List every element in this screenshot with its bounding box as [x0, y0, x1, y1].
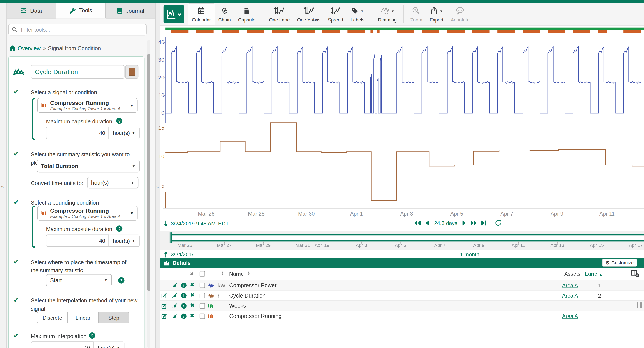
- column-name[interactable]: Name: [229, 271, 244, 277]
- row-checkbox[interactable]: [200, 283, 205, 288]
- compressor-running-capsule[interactable]: [222, 31, 239, 33]
- row-checkbox[interactable]: [200, 303, 205, 308]
- compressor-running-capsule[interactable]: [348, 31, 365, 33]
- remove-icon[interactable]: ✖: [190, 302, 194, 308]
- timeline-start[interactable]: 3/24/2019: [164, 251, 194, 257]
- panel-splitter[interactable]: «: [155, 3, 160, 348]
- compressor-running-capsule[interactable]: [297, 31, 314, 33]
- timestamp-select[interactable]: Start ▼: [46, 274, 112, 286]
- help-icon[interactable]: ?: [89, 332, 95, 338]
- remove-icon[interactable]: ✖: [190, 282, 194, 287]
- filter-tools-input[interactable]: [20, 26, 143, 33]
- timeline-span-label[interactable]: 1 month: [460, 251, 479, 257]
- remove-icon[interactable]: ✖: [190, 292, 194, 298]
- compressor-running-capsule[interactable]: [322, 31, 340, 33]
- timeline-left-handle[interactable]: [170, 232, 172, 243]
- color-swatch-button[interactable]: [125, 65, 138, 79]
- table-row[interactable]: i✖Compressor RunningArea A: [160, 311, 644, 321]
- compressor-running-capsule[interactable]: [422, 31, 439, 33]
- toolbar-button-capsule[interactable]: Capsule: [234, 4, 259, 25]
- step-back-icon[interactable]: [425, 220, 429, 226]
- compressor-running-capsule[interactable]: [598, 31, 607, 33]
- compressor-running-capsule[interactable]: [523, 31, 540, 33]
- help-icon[interactable]: ?: [116, 118, 122, 124]
- info-icon[interactable]: i: [181, 313, 186, 319]
- compressor-running-capsule[interactable]: [171, 31, 188, 33]
- toolbar-button-chain[interactable]: Chain: [215, 4, 234, 25]
- table-row[interactable]: i✖Weeks: [160, 301, 644, 311]
- select-all-checkbox[interactable]: [200, 271, 205, 276]
- toolbar-button-export[interactable]: ▼Export: [426, 4, 447, 25]
- step-forward-icon[interactable]: [462, 220, 467, 226]
- info-icon[interactable]: i: [181, 303, 186, 308]
- toolbar-button-one-lane[interactable]: One Lane: [265, 4, 294, 25]
- compressor-running-capsule[interactable]: [573, 31, 590, 33]
- display-range-start[interactable]: 3/24/2019 9:48 AM EDT: [164, 221, 229, 227]
- compressor-running-capsule[interactable]: [370, 31, 373, 33]
- compressor-running-capsule[interactable]: [447, 31, 464, 33]
- compressor-running-capsule[interactable]: [548, 31, 565, 33]
- column-lane[interactable]: Lane▲: [585, 271, 603, 277]
- condition-select[interactable]: Compressor Running Example » Cooling Tow…: [38, 98, 138, 113]
- bounding-max-capsule-input[interactable]: [46, 234, 109, 247]
- unit-select[interactable]: hour(s)▼: [109, 127, 140, 139]
- max-interp-input[interactable]: [31, 341, 94, 348]
- tab-journal[interactable]: Journal: [106, 3, 155, 19]
- interp-option-step[interactable]: Step: [98, 312, 129, 323]
- row-checkbox[interactable]: [200, 293, 205, 298]
- tab-data[interactable]: Data: [6, 3, 56, 19]
- table-row[interactable]: i✖hCycle DurationArea A2: [160, 291, 644, 301]
- collapse-left-icon[interactable]: «: [1, 184, 4, 189]
- toolbar-button-labels[interactable]: ▼Labels: [347, 4, 368, 25]
- interp-option-discrete[interactable]: Discrete: [37, 312, 68, 323]
- tab-tools[interactable]: Tools: [56, 3, 106, 19]
- weeks-capsule[interactable]: [166, 28, 644, 31]
- interp-option-linear[interactable]: Linear: [68, 312, 99, 323]
- home-icon[interactable]: [9, 45, 16, 51]
- column-assets[interactable]: Assets: [564, 271, 580, 277]
- help-icon[interactable]: ?: [118, 277, 124, 283]
- tool-name-input[interactable]: [31, 65, 124, 79]
- info-icon[interactable]: i: [181, 293, 186, 298]
- trend-chart[interactable]: [163, 35, 644, 209]
- compressor-running-capsule[interactable]: [397, 31, 414, 33]
- sort-icon[interactable]: ▲▼: [221, 271, 224, 275]
- toolbar-button-dimming[interactable]: ▼Dimming: [374, 4, 400, 25]
- view-mode-button[interactable]: [164, 5, 184, 24]
- compressor-running-capsule[interactable]: [472, 31, 490, 33]
- edit-icon[interactable]: [161, 313, 168, 321]
- toolbar-button-calendar[interactable]: Calendar: [188, 4, 214, 25]
- unit-select[interactable]: hour(s)▼: [94, 341, 124, 348]
- rocket-icon[interactable]: [171, 303, 177, 310]
- compressor-running-capsule[interactable]: [497, 31, 515, 33]
- edit-icon[interactable]: [161, 303, 168, 310]
- asset-link[interactable]: Area A: [562, 313, 578, 319]
- duration-label[interactable]: 24.3 days: [434, 220, 457, 226]
- row-checkbox[interactable]: [200, 313, 205, 319]
- unit-select[interactable]: hour(s)▼: [109, 234, 140, 247]
- resize-grip[interactable]: ▌▌: [636, 302, 644, 307]
- help-icon[interactable]: ?: [116, 225, 122, 232]
- remove-all-icon[interactable]: ✖: [190, 271, 194, 277]
- breadcrumb-overview[interactable]: Overview: [18, 45, 41, 51]
- fast-forward-icon[interactable]: [470, 220, 478, 226]
- compressor-running-capsule[interactable]: [377, 31, 379, 33]
- sort-icon[interactable]: ▲▼: [247, 271, 250, 275]
- rocket-icon[interactable]: [171, 313, 177, 321]
- bounding-condition-select[interactable]: Compressor Running Example » Cooling Tow…: [38, 206, 138, 221]
- left-collapse-rail[interactable]: «: [0, 3, 6, 348]
- fast-back-icon[interactable]: [414, 220, 421, 226]
- compressor-running-capsule[interactable]: [272, 31, 289, 33]
- rocket-icon[interactable]: [171, 282, 177, 290]
- filter-tools-search[interactable]: [8, 24, 147, 36]
- add-column-icon[interactable]: [631, 270, 639, 277]
- toolbar-button-spread[interactable]: Spread: [324, 4, 347, 25]
- customize-button[interactable]: ⚙ Customize: [602, 259, 637, 267]
- info-icon[interactable]: i: [181, 283, 186, 288]
- table-row[interactable]: i✖kWCompressor PowerArea A1: [160, 280, 644, 291]
- convert-units-select[interactable]: hour(s) ▼: [87, 177, 138, 189]
- sidebar-scrollbar-thumb[interactable]: [147, 54, 150, 291]
- timezone-link[interactable]: EDT: [218, 221, 229, 227]
- refresh-icon[interactable]: [495, 220, 502, 226]
- rocket-icon[interactable]: [171, 292, 177, 300]
